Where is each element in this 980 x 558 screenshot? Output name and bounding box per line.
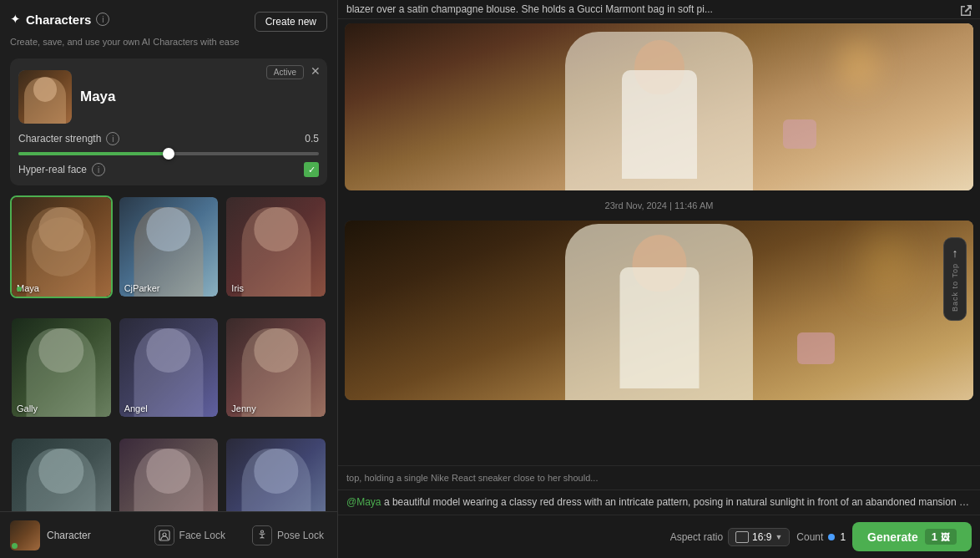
count-value-text: 1 [840,531,846,543]
back-to-top-text: Back to Top [951,263,959,312]
panel-header: ✦ Characters i Create new [0,0,337,37]
pose-lock-button[interactable]: Pose Lock [239,520,337,550]
char-item-label-gally: Gally [17,403,38,413]
active-char-avatar [18,70,72,124]
generate-count-value: 1 [932,530,937,543]
face-lock-label: Face Lock [179,530,225,541]
char-strength-row: Character strength i 0.5 [18,132,319,145]
characters-icon: ✦ [10,12,21,27]
char-strength-value: 0.5 [305,133,319,145]
hyper-real-row: Hyper-real face i [18,162,319,177]
svg-point-2 [260,530,263,533]
character-strength-slider[interactable] [18,152,319,155]
generate-image-icon: 🖼 [941,532,950,542]
prompt-text-content: @Maya a beautiful model wearing a classy… [346,495,972,510]
char-item-label-jenny: Jenny [231,403,255,413]
active-badge: Active [266,65,304,79]
slider-fill [18,152,169,155]
count-control: Count 1 [796,531,846,543]
generated-image-top [345,23,973,190]
aspect-ratio-control: Aspect ratio 16:9 ▼ [670,528,791,546]
char-item-dot-maya [17,287,22,292]
active-character-card: Active ✕ Maya Character strength i 0.5 H… [10,58,327,185]
create-new-button[interactable]: Create new [255,12,327,32]
back-to-top-button[interactable]: ↑ Back to Top [943,237,967,321]
character-item-gally[interactable]: Gally [10,317,113,419]
panel-title: Characters [26,13,91,27]
top-text-snippet: blazer over a satin champagne blouse. Sh… [338,0,980,19]
image-top-display [345,23,973,190]
prompt-text-bar: @Maya a beautiful model wearing a classy… [338,490,980,515]
back-to-top-arrow-icon: ↑ [952,246,958,260]
aspect-ratio-label: Aspect ratio [670,531,723,543]
panel-title-row: ✦ Characters i [10,12,109,27]
count-indicator-dot [828,534,835,540]
prompt-bar: top, holding a single Nike React sneaker… [338,465,980,490]
panel-title-group: ✦ Characters i [10,12,109,27]
character-item-jenny[interactable]: Jenny [225,317,327,419]
char-item-label-cjparker: CjParker [124,283,160,293]
image-bottom-display [345,221,973,400]
panel-subtitle: Create, save, and use your own AI Charac… [0,37,337,53]
bottom-actions: Face Lock Pose Lock [141,520,337,550]
prompt-mention: @Maya [346,496,381,508]
images-area: 23rd Nov, 2024 | 11:46 AM [338,0,980,465]
active-char-name: Maya [80,89,116,105]
bottom-avatar [10,520,40,550]
pose-lock-label: Pose Lock [277,530,324,541]
timestamp: 23rd Nov, 2024 | 11:46 AM [345,195,973,216]
hyper-real-info-icon[interactable]: i [92,163,105,176]
face-lock-icon [154,525,174,545]
char-item-label-angel: Angel [124,403,148,413]
character-item-maya[interactable]: Maya [10,195,113,298]
count-label: Count [796,531,823,543]
aspect-ratio-icon [735,531,749,543]
aspect-ratio-value-text: 16:9 [752,531,771,543]
prompt-body-text: a beautiful model wearing a classy red d… [384,496,972,508]
generate-label: Generate [867,530,918,544]
right-panel: blazer over a satin champagne blouse. Sh… [338,0,980,558]
generate-count-badge: 1 🖼 [925,529,957,545]
hyper-real-label: Hyper-real face [18,164,87,175]
prompt-input-snippet: top, holding a single Nike React sneaker… [346,473,598,483]
character-grid: Maya CjParker Iris Gally [0,190,337,558]
char-item-label-iris: Iris [231,283,244,293]
characters-panel: ✦ Characters i Create new Create, save, … [0,0,338,558]
character-item-cjparker[interactable]: CjParker [118,195,220,298]
slider-thumb [163,148,174,160]
bottom-character-label: Character [47,530,91,541]
export-icon[interactable] [958,3,973,22]
generated-image-bottom [345,221,973,400]
strength-info-icon[interactable]: i [106,132,119,145]
close-button[interactable]: ✕ [311,65,321,77]
character-item-iris[interactable]: Iris [225,195,327,298]
prompt-input-area[interactable]: top, holding a single Nike React sneaker… [346,473,972,483]
bottom-bar: Character Face Lock [0,511,337,558]
chevron-down-icon: ▼ [775,533,782,541]
hyper-real-checkbox[interactable] [304,162,319,177]
panel-info-icon[interactable]: i [96,13,109,26]
character-item-angel[interactable]: Angel [118,317,220,419]
pose-lock-icon [252,525,272,545]
aspect-ratio-selector[interactable]: 16:9 ▼ [728,528,790,546]
face-lock-button[interactable]: Face Lock [141,520,239,550]
controls-bar: Aspect ratio 16:9 ▼ Count 1 Generate 1 🖼 [338,515,980,558]
bottom-character-item: Character [0,514,141,557]
bottom-avatar-active-dot [12,543,18,549]
generate-button[interactable]: Generate 1 🖼 [852,522,972,551]
char-strength-label: Character strength [18,133,101,145]
